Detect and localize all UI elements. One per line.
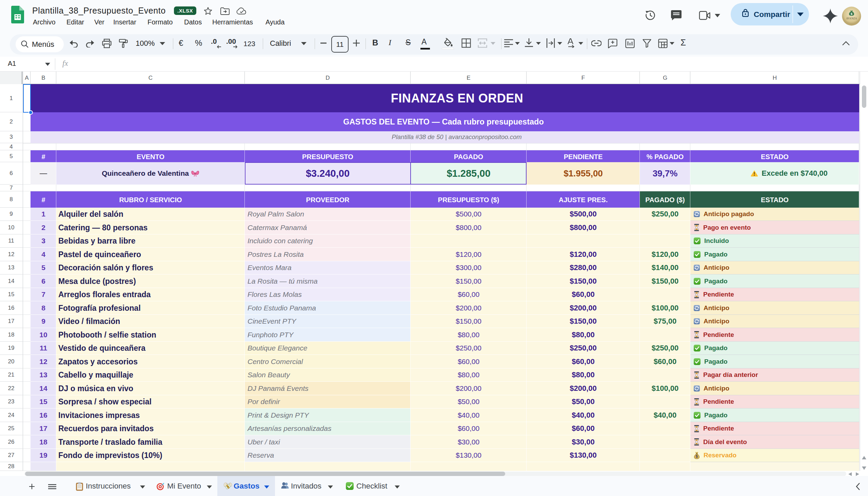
svg-text:$: $ [696, 454, 698, 458]
svg-text:$: $ [851, 12, 852, 16]
svg-text:AVANZA: AVANZA [846, 17, 857, 20]
